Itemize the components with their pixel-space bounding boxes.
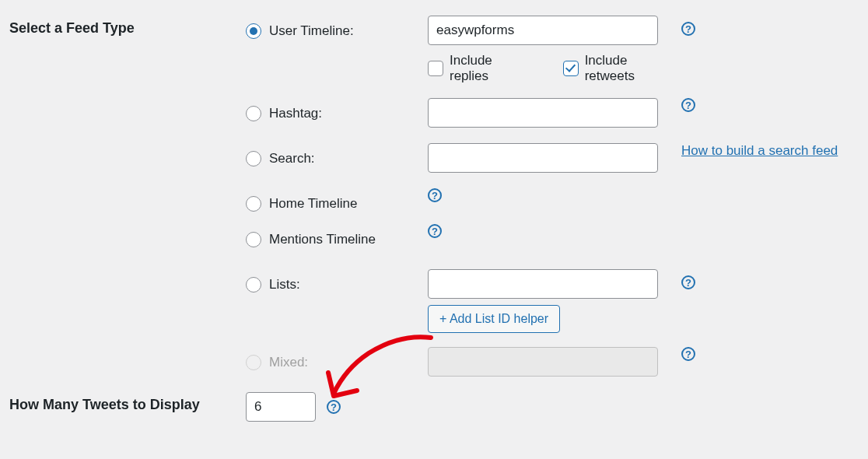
help-icon[interactable]: ? [681, 98, 695, 112]
mixed-block: Mixed: ? [246, 347, 859, 378]
mentions-timeline-radio[interactable] [246, 232, 261, 247]
user-timeline-label: User Timeline: [269, 23, 354, 39]
search-label: Search: [269, 151, 315, 166]
add-list-id-helper-button[interactable]: + Add List ID helper [428, 305, 560, 333]
help-icon[interactable]: ? [681, 347, 695, 361]
mentions-timeline-block: Mentions Timeline ? [246, 224, 859, 255]
tweet-count-section-label: How Many Tweets to Display [9, 392, 246, 413]
help-icon[interactable]: ? [681, 22, 695, 36]
mixed-label: Mixed: [269, 355, 308, 370]
search-radio[interactable] [246, 151, 261, 166]
feed-type-options: User Timeline: Include replies Include r… [246, 16, 859, 378]
user-timeline-radio[interactable] [246, 23, 261, 39]
hashtag-radio[interactable] [246, 106, 261, 121]
feed-type-row: Select a Feed Type User Timeline: Includ… [9, 16, 859, 378]
tweet-count-row: How Many Tweets to Display ? [9, 392, 859, 422]
include-retweets-label: Include retweets [585, 53, 669, 84]
feed-type-section-label: Select a Feed Type [9, 16, 246, 37]
home-timeline-label: Home Timeline [269, 196, 357, 212]
search-input[interactable] [428, 143, 658, 173]
help-icon[interactable]: ? [428, 188, 442, 202]
hashtag-label: Hashtag: [269, 106, 322, 121]
search-help-link[interactable]: How to build a search feed [681, 143, 838, 159]
hashtag-block: Hashtag: ? [246, 98, 859, 129]
include-replies-checkbox[interactable] [428, 61, 443, 76]
home-timeline-radio[interactable] [246, 196, 261, 212]
search-block: Search: How to build a search feed [246, 143, 859, 174]
help-icon[interactable]: ? [428, 224, 442, 238]
help-icon[interactable]: ? [681, 275, 695, 289]
lists-label: Lists: [269, 277, 300, 293]
home-timeline-block: Home Timeline ? [246, 188, 859, 219]
mixed-input [428, 347, 658, 377]
include-replies-label: Include replies [450, 53, 524, 84]
user-timeline-input[interactable] [428, 16, 658, 45]
user-timeline-block: User Timeline: Include replies Include r… [246, 16, 859, 84]
lists-block: Lists: + Add List ID helper ? [246, 269, 859, 333]
mixed-radio [246, 355, 261, 370]
include-retweets-checkbox[interactable] [563, 61, 579, 76]
lists-input[interactable] [428, 269, 658, 299]
help-icon[interactable]: ? [327, 400, 341, 414]
mentions-timeline-label: Mentions Timeline [269, 232, 376, 247]
lists-radio[interactable] [246, 277, 261, 293]
hashtag-input[interactable] [428, 98, 658, 128]
tweet-count-input[interactable] [246, 392, 316, 422]
